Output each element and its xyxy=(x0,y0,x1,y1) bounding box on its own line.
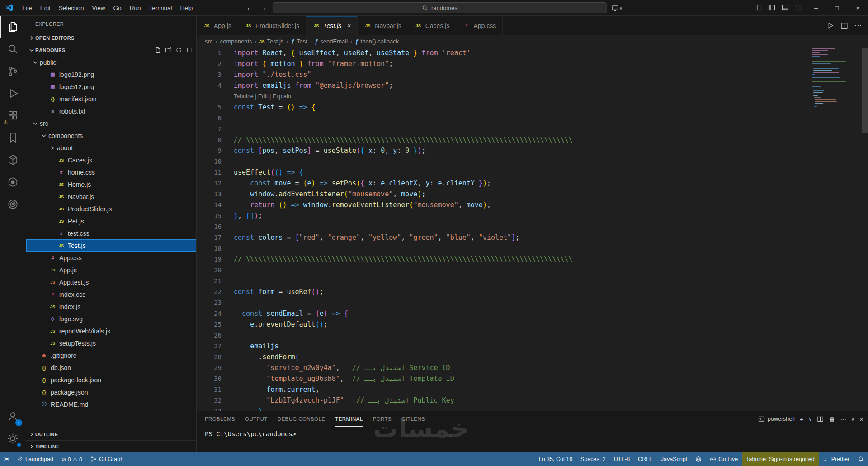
file-Home.js[interactable]: JSHome.js xyxy=(26,178,196,190)
breadcrumb-item-src[interactable]: src xyxy=(205,38,212,45)
menu-view[interactable]: View xyxy=(88,0,109,15)
breadcrumb-item-components[interactable]: components xyxy=(220,38,252,45)
close-tab-icon[interactable]: × xyxy=(347,22,351,29)
terminal-prompt[interactable]: PS C:\Users\pc\randomes> xyxy=(205,430,296,437)
panel-tab-ports[interactable]: PORTS xyxy=(373,411,392,427)
menu-help[interactable]: Help xyxy=(176,0,197,15)
kill-terminal-icon[interactable] xyxy=(829,416,835,423)
breadcrumb-item-test[interactable]: ƒTest xyxy=(291,38,307,45)
tab-Test.js[interactable]: JSTest.js× xyxy=(306,16,358,35)
explorer-more-actions-icon[interactable]: ⋯ xyxy=(183,20,190,28)
close-panel-icon[interactable]: × xyxy=(859,415,863,423)
tab-App.js[interactable]: JSApp.js xyxy=(197,16,238,35)
file-README.md[interactable]: ⓘREADME.md xyxy=(26,398,196,410)
explorer-icon[interactable] xyxy=(0,16,26,38)
folder-about[interactable]: about xyxy=(26,142,196,154)
status-tabnine[interactable]: Tabnine: Sign-in is required xyxy=(742,452,818,466)
file-index.js[interactable]: JSindex.js xyxy=(26,300,196,313)
search-icon[interactable] xyxy=(0,38,26,60)
new-terminal-icon[interactable]: + xyxy=(800,415,804,423)
folder-components[interactable]: components xyxy=(26,129,196,142)
menu-run[interactable]: Run xyxy=(126,0,145,15)
file-App.js[interactable]: JSApp.js xyxy=(26,264,196,276)
bookmarks-icon[interactable] xyxy=(0,127,26,149)
tab-App.css[interactable]: #App.css xyxy=(456,16,503,35)
maximize-panel-icon[interactable]: ∧ xyxy=(851,417,854,422)
back-button[interactable]: ← xyxy=(245,4,255,12)
forward-button[interactable]: → xyxy=(259,4,268,12)
file-home.css[interactable]: #home.css xyxy=(26,166,196,178)
menu-terminal[interactable]: Terminal xyxy=(145,0,176,15)
file-package.json[interactable]: {}package.json xyxy=(26,386,196,398)
extensions-icon[interactable]: ⚠ xyxy=(0,105,26,127)
file-.gitignore[interactable]: ◆.gitignore xyxy=(26,349,196,361)
command-center-search[interactable]: randomes xyxy=(273,2,607,13)
status-indentation[interactable]: Spaces: 2 xyxy=(576,452,610,466)
section-project-randomes[interactable]: RANDOMES xyxy=(26,44,196,56)
file-manifest.json[interactable]: {}manifest.json xyxy=(26,93,196,105)
file-logo512.png[interactable]: ▦logo512.png xyxy=(26,81,196,93)
minimize-button[interactable]: ─ xyxy=(806,0,826,15)
status-cursor-position[interactable]: Ln 35, Col 16 xyxy=(535,452,576,466)
section-open-editors[interactable]: OPEN EDITORS xyxy=(26,32,196,44)
split-editor-icon[interactable] xyxy=(840,22,848,29)
tab-Navbar.js[interactable]: JSNavbar.js xyxy=(358,16,408,35)
settings-icon[interactable] xyxy=(0,428,26,450)
target-icon[interactable] xyxy=(0,193,26,215)
collapse-all-icon[interactable] xyxy=(186,47,193,53)
file-logo192.png[interactable]: ▦logo192.png xyxy=(26,68,196,81)
file-setupTests.js[interactable]: JSsetupTests.js xyxy=(26,337,196,349)
status-language[interactable]: JavaScript xyxy=(657,452,691,466)
section-outline[interactable]: OUTLINE xyxy=(26,428,196,440)
panel-tab-terminal[interactable]: TERMINAL xyxy=(335,411,363,427)
file-Navbar.js[interactable]: JSNavbar.js xyxy=(26,190,196,203)
close-window-button[interactable]: × xyxy=(847,0,868,15)
code-editor[interactable]: 1import React, { useEffect, useRef, useS… xyxy=(197,48,868,411)
more-actions-icon[interactable]: ⋯ xyxy=(854,21,862,30)
editor-scrollbar[interactable] xyxy=(862,48,868,411)
status-git-graph[interactable]: Git Graph xyxy=(86,452,127,466)
status-eol[interactable]: CRLF xyxy=(634,452,657,466)
file-App.css[interactable]: #App.css xyxy=(26,252,196,264)
section-timeline[interactable]: TIMELINE xyxy=(26,440,196,452)
file-db.json[interactable]: {}db.json xyxy=(26,361,196,374)
status-launchpad[interactable]: Launchpad xyxy=(13,452,57,466)
maximize-button[interactable]: □ xyxy=(826,0,847,15)
refresh-icon[interactable] xyxy=(175,47,182,53)
menu-edit[interactable]: Edit xyxy=(36,0,55,15)
menu-file[interactable]: File xyxy=(18,0,36,15)
folder-src[interactable]: src xyxy=(26,117,196,129)
tab-Caces.js[interactable]: JSCaces.js xyxy=(408,16,457,35)
panel-tab-gitlens[interactable]: GITLENS xyxy=(401,411,425,427)
file-ProductSlider.js[interactable]: JSProductSlider.js xyxy=(26,203,196,215)
file-Caces.js[interactable]: JSCaces.js xyxy=(26,154,196,166)
file-test.css[interactable]: #test.css xyxy=(26,227,196,239)
toggle-sidebar-icon[interactable] xyxy=(765,0,778,15)
toggle-secondary-sidebar-icon[interactable] xyxy=(792,0,806,15)
accounts-icon[interactable]: 1 xyxy=(0,405,26,428)
status-problems[interactable]: ⊘ 0 ⚠ 0 xyxy=(57,452,86,466)
package-icon[interactable] xyxy=(0,149,26,171)
customize-layout-icon[interactable] xyxy=(751,0,765,15)
panel-tab-debug-console[interactable]: DEBUG CONSOLE xyxy=(278,411,326,427)
status-go-live[interactable]: Go Live xyxy=(706,452,742,466)
status-notifications[interactable] xyxy=(854,452,868,466)
codelens-actions[interactable]: Tabnine | Edit | Explain xyxy=(234,91,291,102)
file-reportWebVitals.js[interactable]: JSreportWebVitals.js xyxy=(26,325,196,337)
file-App.test.js[interactable]: JSApp.test.js xyxy=(26,276,196,288)
source-control-icon[interactable] xyxy=(0,60,26,82)
scrollbar-thumb[interactable] xyxy=(862,48,868,133)
file-logo.svg[interactable]: ◇logo.svg xyxy=(26,313,196,325)
panel-tab-problems[interactable]: PROBLEMS xyxy=(205,411,235,427)
panel-more-icon[interactable]: ⋯ xyxy=(840,416,846,423)
menu-selection[interactable]: Selection xyxy=(55,0,88,15)
file-Test.js[interactable]: JSTest.js xyxy=(26,239,196,252)
minimap[interactable] xyxy=(812,48,862,108)
run-file-icon[interactable] xyxy=(826,22,834,29)
terminal-dropdown-icon[interactable]: ∨ xyxy=(809,417,812,422)
breadcrumb-item-then---callback[interactable]: ƒthen() callback xyxy=(355,38,399,45)
file-index.css[interactable]: #index.css xyxy=(26,288,196,300)
run-debug-icon[interactable] xyxy=(0,82,26,105)
folder-public[interactable]: public xyxy=(26,56,196,68)
file-Ref.js[interactable]: JSRef.js xyxy=(26,215,196,227)
